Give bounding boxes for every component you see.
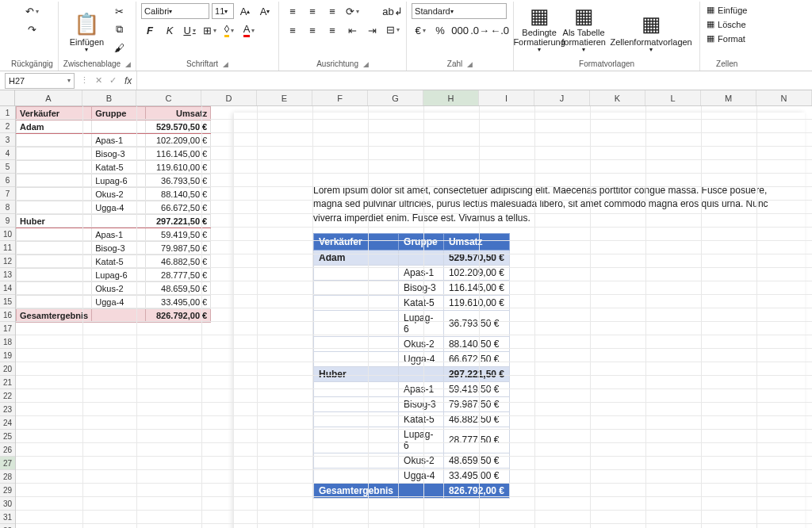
row-header-29[interactable]: 29 [0, 484, 15, 497]
paste-button[interactable]: 📋 Einfügen ▾ [66, 3, 107, 55]
styles-group: ▦ Bedingte Formatierung▾ ▦ Als Tabelle f… [514, 2, 700, 71]
align-left-button[interactable]: ≡ [284, 22, 301, 38]
row-header-2[interactable]: 2 [0, 120, 15, 133]
font-name-select[interactable]: Calibri▾ [141, 3, 209, 19]
row-header-22[interactable]: 22 [0, 389, 15, 403]
decrease-indent-button[interactable]: ⇤ [343, 22, 361, 38]
fill-color-button[interactable]: ◊ [220, 22, 238, 38]
format-cells-button[interactable]: ▦Format [705, 32, 749, 45]
row-header-10[interactable]: 10 [0, 228, 15, 241]
column-header-I[interactable]: I [479, 90, 534, 105]
row-header-8[interactable]: 8 [0, 201, 15, 214]
row-header-26[interactable]: 26 [0, 443, 15, 457]
column-header-K[interactable]: K [590, 90, 645, 105]
row-header-9[interactable]: 9 [0, 214, 15, 228]
row-header-27[interactable]: 27 [0, 457, 15, 470]
align-middle-button[interactable]: ≡ [304, 3, 321, 19]
row-header-31[interactable]: 31 [0, 511, 15, 524]
delete-cells-button[interactable]: ▦Lösche [705, 17, 749, 31]
row-header-28[interactable]: 28 [0, 470, 15, 484]
row-header-32[interactable]: 32 [0, 524, 15, 528]
conditional-formatting-button[interactable]: ▦ Bedingte Formatierung▾ [519, 3, 560, 55]
align-right-button[interactable]: ≡ [324, 22, 341, 38]
select-all-corner[interactable] [0, 90, 15, 105]
row-header-4[interactable]: 4 [0, 147, 15, 160]
column-header-M[interactable]: M [701, 90, 756, 105]
name-box[interactable]: H27▾ [5, 73, 75, 89]
increase-font-button[interactable]: A▴ [236, 3, 254, 19]
cells-group-label: Zellen [716, 58, 737, 71]
row-header-16[interactable]: 16 [0, 308, 15, 322]
increase-decimal-button[interactable]: .0→ [471, 22, 488, 38]
row-header-19[interactable]: 19 [0, 349, 15, 362]
fx-icon[interactable]: fx [120, 75, 136, 86]
row-header-24[interactable]: 24 [0, 416, 15, 430]
row-header-13[interactable]: 13 [0, 268, 15, 281]
row-header-25[interactable]: 25 [0, 430, 15, 443]
bold-button[interactable]: F [141, 22, 159, 38]
align-dialog-launcher-icon[interactable]: ◢ [363, 60, 369, 68]
formula-input[interactable] [136, 71, 812, 90]
decrease-decimal-button[interactable]: ←.0 [491, 22, 508, 38]
border-button[interactable]: ⊞ [201, 22, 218, 38]
currency-button[interactable]: € [412, 22, 429, 38]
cells-canvas[interactable]: VerkäuferGruppeUmsatzAdam529.570,50 €Apa… [16, 106, 812, 528]
copy-button[interactable]: ⧉ [110, 21, 128, 37]
italic-button[interactable]: K [161, 22, 178, 38]
align-center-button[interactable]: ≡ [304, 22, 321, 38]
column-header-L[interactable]: L [645, 90, 701, 105]
clipboard-dialog-launcher-icon[interactable]: ◢ [125, 60, 131, 68]
percent-button[interactable]: % [431, 22, 449, 38]
column-header-A[interactable]: A [15, 90, 82, 105]
row-header-3[interactable]: 3 [0, 133, 15, 147]
column-header-G[interactable]: G [368, 90, 423, 105]
align-bottom-button[interactable]: ≡ [324, 3, 341, 19]
font-group-label: Schriftart [186, 59, 218, 68]
align-top-button[interactable]: ≡ [284, 3, 301, 19]
row-header-17[interactable]: 17 [0, 322, 15, 335]
row-header-20[interactable]: 20 [0, 362, 15, 376]
merge-button[interactable]: ⊟ [384, 21, 401, 37]
increase-indent-button[interactable]: ⇥ [363, 22, 381, 38]
cut-button[interactable]: ✂ [110, 3, 128, 19]
column-header-E[interactable]: E [257, 90, 312, 105]
cancel-formula-button[interactable]: ✕ [91, 75, 105, 86]
cell-styles-button[interactable]: ▦ Zellenformatvorlagen▾ [607, 3, 695, 55]
row-header-21[interactable]: 21 [0, 376, 15, 389]
column-header-J[interactable]: J [534, 90, 590, 105]
thousands-button[interactable]: 000 [451, 22, 469, 38]
format-as-table-button[interactable]: ▦ Als Tabelle formatieren▾ [563, 3, 604, 55]
number-format-select[interactable]: Standard▾ [412, 3, 507, 19]
row-header-6[interactable]: 6 [0, 174, 15, 187]
formula-more-button[interactable]: ⋮ [77, 75, 91, 86]
decrease-font-button[interactable]: A▾ [256, 3, 274, 19]
row-header-14[interactable]: 14 [0, 281, 15, 295]
column-header-F[interactable]: F [312, 90, 368, 105]
row-header-18[interactable]: 18 [0, 335, 15, 349]
row-header-7[interactable]: 7 [0, 187, 15, 201]
row-header-12[interactable]: 12 [0, 254, 15, 268]
insert-cells-button[interactable]: ▦Einfüge [705, 3, 749, 17]
column-header-N[interactable]: N [756, 90, 812, 105]
wrap-text-button[interactable]: ab↲ [384, 3, 401, 19]
row-header-30[interactable]: 30 [0, 497, 15, 511]
row-header-5[interactable]: 5 [0, 160, 15, 174]
redo-button[interactable]: ↷ [23, 21, 40, 37]
font-color-button[interactable]: A [240, 22, 258, 38]
format-painter-button[interactable]: 🖌 [110, 40, 128, 55]
column-header-H[interactable]: H [423, 90, 479, 105]
column-header-D[interactable]: D [201, 90, 257, 105]
font-size-select[interactable]: 11▾ [212, 3, 234, 19]
column-header-B[interactable]: B [82, 90, 136, 105]
row-header-23[interactable]: 23 [0, 403, 15, 416]
underline-button[interactable]: U [181, 22, 198, 38]
row-header-15[interactable]: 15 [0, 295, 15, 308]
orientation-button[interactable]: ⟳ [343, 3, 361, 19]
undo-button[interactable]: ↶ [23, 3, 40, 19]
font-dialog-launcher-icon[interactable]: ◢ [223, 60, 228, 68]
row-header-1[interactable]: 1 [0, 106, 15, 120]
row-header-11[interactable]: 11 [0, 241, 15, 254]
column-header-C[interactable]: C [136, 90, 201, 105]
confirm-formula-button[interactable]: ✓ [105, 75, 120, 86]
number-dialog-launcher-icon[interactable]: ◢ [467, 60, 473, 68]
